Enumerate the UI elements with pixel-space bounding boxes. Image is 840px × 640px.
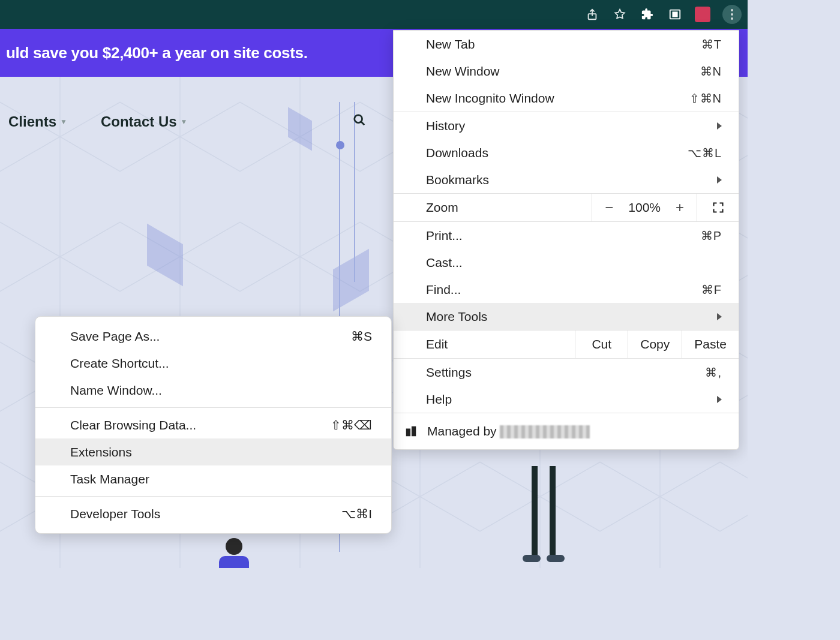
menu-shortcut: ⌘S xyxy=(351,329,372,344)
menu-label: Save Page As... xyxy=(70,329,160,344)
menu-separator xyxy=(35,496,391,497)
menu-label: Downloads xyxy=(426,146,488,160)
submenu-extensions[interactable]: Extensions xyxy=(35,438,391,465)
menu-label: Extensions xyxy=(70,445,132,459)
menu-label: Help xyxy=(426,392,452,407)
chevron-down-icon: ▼ xyxy=(181,118,188,126)
decor-shape xyxy=(333,249,369,312)
menu-downloads[interactable]: Downloads ⌥⌘L xyxy=(394,139,739,166)
menu-label: New Window xyxy=(426,64,500,79)
chevron-right-icon xyxy=(717,396,722,403)
submenu-name-window[interactable]: Name Window... xyxy=(35,377,391,404)
menu-label: Task Manager xyxy=(70,472,149,486)
nav-clients[interactable]: Clients ▼ xyxy=(8,113,67,130)
chrome-menu-button[interactable] xyxy=(722,5,742,24)
zoom-in-button[interactable]: + xyxy=(674,199,686,216)
chevron-right-icon xyxy=(717,176,722,184)
nav-label: Clients xyxy=(8,113,56,130)
decor-shape xyxy=(147,224,183,287)
menu-shortcut: ⌘P xyxy=(701,229,722,243)
menu-shortcut: ⌘N xyxy=(700,64,722,79)
menu-label: Clear Browsing Data... xyxy=(70,418,196,432)
menu-help[interactable]: Help xyxy=(394,386,739,413)
search-icon[interactable] xyxy=(353,113,366,130)
submenu-clear-browsing[interactable]: Clear Browsing Data... ⇧⌘⌫ xyxy=(35,411,391,438)
menu-bookmarks[interactable]: Bookmarks xyxy=(394,166,739,193)
managed-label: Managed by xyxy=(427,424,497,438)
menu-label: History xyxy=(426,119,465,133)
menu-label: Print... xyxy=(426,229,463,243)
submenu-create-shortcut[interactable]: Create Shortcut... xyxy=(35,350,391,377)
menu-new-window[interactable]: New Window ⌘N xyxy=(394,58,739,85)
zoom-value: 100% xyxy=(628,200,661,215)
menu-label: More Tools xyxy=(426,310,487,324)
star-icon[interactable] xyxy=(612,7,628,22)
edit-label: Edit xyxy=(394,337,575,351)
banner-text: uld save you $2,400+ a year on site cost… xyxy=(6,44,308,62)
menu-cast[interactable]: Cast... xyxy=(394,249,739,276)
chevron-down-icon: ▼ xyxy=(60,118,67,126)
menu-label: New Tab xyxy=(426,37,475,52)
menu-shortcut: ⌥⌘I xyxy=(341,507,372,521)
extensions-icon[interactable] xyxy=(640,7,655,22)
profile-avatar[interactable] xyxy=(695,7,710,22)
menu-label: New Incognito Window xyxy=(426,91,554,106)
submenu-save-page[interactable]: Save Page As... ⌘S xyxy=(35,323,391,350)
menu-shortcut: ⇧⌘N xyxy=(689,91,722,106)
fullscreen-button[interactable] xyxy=(697,194,739,221)
browser-toolbar xyxy=(0,0,748,29)
menu-label: Settings xyxy=(426,365,472,380)
chevron-right-icon xyxy=(717,313,722,320)
menu-shortcut: ⇧⌘⌫ xyxy=(331,418,372,432)
chrome-main-menu: New Tab ⌘T New Window ⌘N New Incognito W… xyxy=(393,30,739,450)
menu-label: Create Shortcut... xyxy=(70,356,169,371)
menu-label: Developer Tools xyxy=(70,507,160,521)
menu-more-tools[interactable]: More Tools xyxy=(394,303,739,330)
zoom-label: Zoom xyxy=(394,200,592,215)
menu-label: Name Window... xyxy=(70,383,162,398)
nav-label: Contact Us xyxy=(101,113,177,130)
menu-history[interactable]: History xyxy=(394,112,739,139)
submenu-developer-tools[interactable]: Developer Tools ⌥⌘I xyxy=(35,500,391,527)
share-icon[interactable] xyxy=(584,7,600,22)
menu-shortcut: ⌘, xyxy=(705,365,722,380)
building-icon xyxy=(404,425,418,438)
menu-label: Find... xyxy=(426,283,461,297)
menu-label: Bookmarks xyxy=(426,173,489,187)
more-tools-submenu: Save Page As... ⌘S Create Shortcut... Na… xyxy=(35,316,392,534)
zoom-out-button[interactable]: − xyxy=(603,199,615,216)
managed-org-blurred xyxy=(500,425,590,438)
menu-managed-by[interactable]: Managed by xyxy=(394,413,739,449)
edit-copy-button[interactable]: Copy xyxy=(628,330,682,358)
menu-zoom: Zoom − 100% + xyxy=(394,193,739,222)
menu-shortcut: ⌥⌘L xyxy=(688,146,722,160)
menu-shortcut: ⌘T xyxy=(701,37,722,52)
menu-find[interactable]: Find... ⌘F xyxy=(394,276,739,303)
menu-separator xyxy=(35,407,391,408)
panel-icon[interactable] xyxy=(667,7,683,22)
submenu-task-manager[interactable]: Task Manager xyxy=(35,465,391,492)
chevron-right-icon xyxy=(717,122,722,130)
menu-print[interactable]: Print... ⌘P xyxy=(394,222,739,249)
menu-settings[interactable]: Settings ⌘, xyxy=(394,359,739,386)
menu-shortcut: ⌘F xyxy=(701,283,722,297)
nav-contact[interactable]: Contact Us ▼ xyxy=(101,113,188,130)
edit-cut-button[interactable]: Cut xyxy=(575,330,628,358)
svg-rect-2 xyxy=(673,12,677,16)
menu-new-tab[interactable]: New Tab ⌘T xyxy=(394,31,739,58)
edit-paste-button[interactable]: Paste xyxy=(682,330,739,358)
illustration-person xyxy=(213,538,255,568)
menu-edit: Edit Cut Copy Paste xyxy=(394,330,739,359)
menu-new-incognito[interactable]: New Incognito Window ⇧⌘N xyxy=(394,85,739,112)
svg-point-3 xyxy=(355,115,362,123)
menu-label: Cast... xyxy=(426,256,463,270)
